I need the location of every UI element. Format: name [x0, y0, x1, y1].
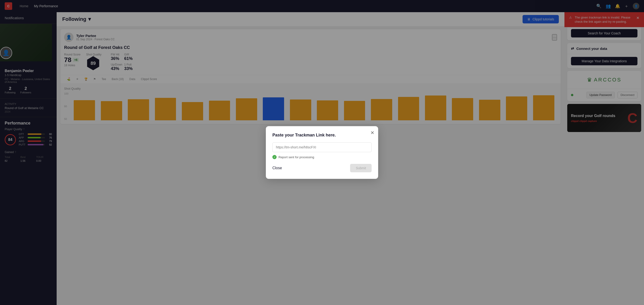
modal-footer: Close Submit — [272, 164, 372, 172]
modal-close-x-button[interactable]: ✕ — [370, 130, 374, 136]
modal-title: Paste your Trackman Link here. — [272, 133, 372, 138]
trackman-modal: Paste your Trackman Link here. ✕ ✓ Repor… — [266, 126, 378, 179]
modal-submit-button[interactable]: Submit — [350, 164, 372, 172]
trackman-link-input[interactable] — [272, 142, 372, 152]
modal-success-message: ✓ Report sent for processing — [272, 155, 372, 159]
modal-overlay: Paste your Trackman Link here. ✕ ✓ Repor… — [0, 0, 644, 305]
success-check-icon: ✓ — [272, 155, 276, 159]
modal-close-button[interactable]: Close — [272, 166, 282, 170]
